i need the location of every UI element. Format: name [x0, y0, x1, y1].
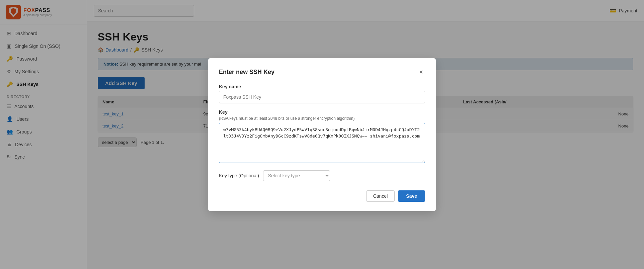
key-name-group: Key name — [219, 84, 425, 103]
modal-footer: Cancel Save — [219, 190, 425, 202]
modal-title: Enter new SSH Key — [219, 69, 274, 76]
key-sublabel: (RSA keys must be at least 2048 bits or … — [219, 116, 425, 121]
modal-dialog: Enter new SSH Key × Key name Key (RSA ke… — [208, 58, 436, 211]
key-type-select[interactable]: Select key type — [263, 170, 330, 181]
key-group: Key (RSA keys must be at least 2048 bits… — [219, 109, 425, 164]
key-name-input[interactable] — [219, 91, 425, 103]
save-button[interactable]: Save — [398, 190, 425, 202]
modal-header: Enter new SSH Key × — [219, 68, 425, 77]
key-type-label: Key type (Optional) — [219, 173, 259, 178]
cancel-button[interactable]: Cancel — [366, 190, 395, 202]
key-textarea[interactable]: w7vMG53k4bykBUAQ0RQ9eVu2XJydP5wVIqS8socS… — [219, 123, 425, 163]
key-label: Key — [219, 109, 425, 115]
modal-close-button[interactable]: × — [417, 68, 425, 77]
key-type-row: Key type (Optional) Select key type — [219, 170, 425, 181]
key-name-label: Key name — [219, 84, 425, 89]
modal-overlay: Enter new SSH Key × Key name Key (RSA ke… — [0, 0, 644, 269]
